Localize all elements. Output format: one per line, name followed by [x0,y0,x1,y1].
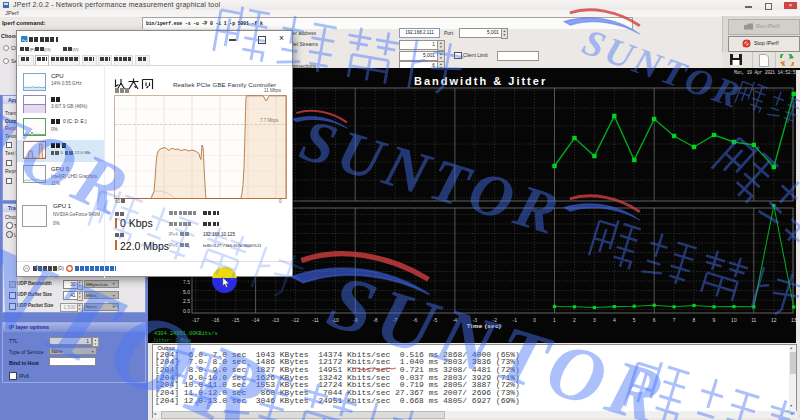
svg-text:-8: -8 [373,317,378,323]
svg-text:8: 8 [693,317,696,323]
svg-text:-14: -14 [252,317,259,323]
svg-text:0.0: 0.0 [183,308,190,314]
svg-text:1: 1 [553,317,556,323]
svg-text:5: 5 [633,317,636,323]
svg-text:-10: -10 [332,317,339,323]
svg-text:11: 11 [751,317,756,323]
svg-text:6: 6 [653,317,656,323]
svg-text:7: 7 [673,317,676,323]
svg-text:-16: -16 [212,317,219,323]
svg-text:3: 3 [593,317,596,323]
svg-text:4: 4 [613,317,616,323]
svg-text:-17: -17 [192,317,199,323]
svg-text:12: 12 [771,317,777,323]
svg-text:0: 0 [533,317,536,323]
svg-text:5.0: 5.0 [183,289,190,295]
svg-text:7.5: 7.5 [183,279,190,285]
svg-text:-5: -5 [433,317,438,323]
svg-text:7.7 Mbps: 7.7 Mbps [260,118,279,123]
svg-text:-13: -13 [272,317,279,323]
svg-text:-9: -9 [353,317,358,323]
svg-text:Time (sec): Time (sec) [467,322,502,329]
svg-text:-6: -6 [413,317,418,323]
svg-text:-4: -4 [453,317,458,323]
svg-text:2: 2 [573,317,576,323]
svg-text:-7: -7 [393,317,398,323]
svg-text:-11: -11 [312,317,319,323]
svg-text:-15: -15 [232,317,239,323]
svg-text:13: 13 [791,317,796,323]
svg-text:9: 9 [713,317,716,323]
svg-text:2.5: 2.5 [183,298,190,304]
svg-text:-1: -1 [512,317,517,323]
svg-text:-12: -12 [292,317,299,323]
svg-text:10: 10 [731,317,737,323]
